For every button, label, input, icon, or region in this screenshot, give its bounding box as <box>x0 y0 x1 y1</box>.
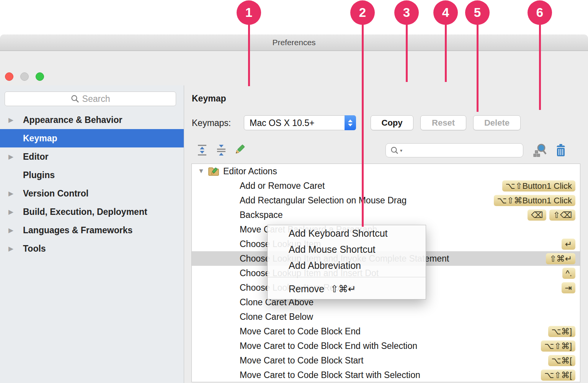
table-row[interactable]: Move Caret to Code Block Start with Sele… <box>192 368 580 382</box>
callout-line-3 <box>406 23 408 82</box>
collapse-all-button[interactable] <box>215 144 227 157</box>
reset-button[interactable]: Reset <box>420 115 466 130</box>
shortcut-badge: ⌥⌘] <box>548 326 575 337</box>
chevron-right-icon[interactable]: ▶ <box>8 245 23 253</box>
chevron-right-icon[interactable]: ▶ <box>8 153 23 161</box>
menu-item-add-keyboard-shortcut[interactable]: Add Keyboard Shortcut <box>268 225 426 241</box>
table-row[interactable]: Move Caret to Code Block End ⌥⌘] <box>192 324 580 339</box>
callout-line-4 <box>445 23 447 82</box>
tree-group-editor-actions[interactable]: ▼ Editor Actions <box>192 164 580 178</box>
settings-sidebar: Search ▶ Appearance & Behavior Keymap ▶ … <box>0 85 184 383</box>
sidebar-item-languages-frameworks[interactable]: ▶ Languages & Frameworks <box>0 221 184 239</box>
callout-badge-6: 6 <box>528 0 552 25</box>
page-title: Keymap <box>192 93 226 104</box>
filter-options-caret-icon[interactable]: ▾ <box>400 148 402 153</box>
callout-badge-1: 1 <box>237 0 261 25</box>
keymaps-label: Keymaps: <box>192 118 231 128</box>
menu-item-add-mouse-shortcut[interactable]: Add Mouse Shortcut <box>268 241 426 257</box>
close-window-button[interactable] <box>5 72 13 81</box>
sidebar-item-version-control[interactable]: ▶ Version Control <box>0 184 184 203</box>
sidebar-item-editor[interactable]: ▶ Editor <box>0 147 184 166</box>
find-actions-by-shortcut-button[interactable] <box>533 143 547 159</box>
filter-search-icon <box>390 146 399 155</box>
callout-line-6 <box>539 23 541 110</box>
shortcut-filter-input[interactable] <box>403 145 523 156</box>
sidebar-item-tools[interactable]: ▶ Tools <box>0 239 184 258</box>
find-by-shortcut-icon <box>533 143 547 157</box>
table-row[interactable]: Move Caret to Code Block Start ⌥⌘[ <box>192 353 580 368</box>
sidebar-item-keymap[interactable]: Keymap <box>0 129 184 147</box>
edit-keymap-button[interactable] <box>234 143 246 156</box>
shortcut-badge: ⌫ <box>528 210 546 221</box>
minimize-window-button[interactable] <box>20 72 29 81</box>
callout-line-2 <box>362 23 364 227</box>
chevron-right-icon[interactable]: ▶ <box>8 190 23 198</box>
menu-shortcut-hint: ⇧⌘↵ <box>330 283 356 294</box>
table-row[interactable]: Clone Caret Below <box>192 309 580 324</box>
keymap-selected-value: Mac OS X 10.5+ <box>250 118 314 128</box>
window-title: Preferences <box>0 38 588 47</box>
settings-search-field[interactable]: Search <box>5 92 176 106</box>
chevron-right-icon[interactable]: ▶ <box>8 226 23 234</box>
menu-item-remove[interactable]: Remove⇧⌘↵ <box>268 281 426 297</box>
table-row[interactable]: Add or Remove Caret ⌥⇧Button1 Click <box>192 178 580 193</box>
preferences-window: Preferences Search ▶ Appearance & Behavi… <box>0 34 588 383</box>
chevron-right-icon[interactable]: ▶ <box>8 116 23 124</box>
search-placeholder: Search <box>82 94 110 104</box>
expand-all-button[interactable] <box>196 144 208 157</box>
trash-icon <box>554 143 567 157</box>
callout-badge-2: 2 <box>350 0 375 25</box>
shortcut-badge: ⇧⌫ <box>549 210 575 221</box>
menu-separator <box>268 277 426 277</box>
collapse-all-icon <box>216 144 227 156</box>
tree-expander-icon[interactable]: ▼ <box>198 167 208 175</box>
folder-edit-icon <box>208 167 219 176</box>
settings-nav: ▶ Appearance & Behavior Keymap ▶ Editor … <box>0 111 184 258</box>
zoom-window-button[interactable] <box>36 72 44 81</box>
shortcut-badge: ^. <box>562 268 575 279</box>
table-row[interactable]: Move Caret to Code Block End with Select… <box>192 339 580 353</box>
delete-button[interactable]: Delete <box>473 115 521 130</box>
shortcut-filter-field[interactable]: ▾ <box>385 143 523 157</box>
sidebar-item-build-execution-deployment[interactable]: ▶ Build, Execution, Deployment <box>0 203 184 221</box>
expand-all-icon <box>197 144 207 156</box>
shortcut-badge: ⇧⌘↵ <box>546 253 575 264</box>
chevron-right-icon[interactable]: ▶ <box>8 208 23 216</box>
callout-badge-3: 3 <box>394 0 419 25</box>
remove-shortcuts-button[interactable] <box>554 143 567 159</box>
table-row[interactable]: Backspace ⌫ ⇧⌫ <box>192 208 580 222</box>
shortcut-badge: ⌥⇧Button1 Click <box>502 180 575 192</box>
callout-badge-4: 4 <box>433 0 458 25</box>
shortcut-badge: ⇥ <box>562 282 575 293</box>
search-icon <box>71 95 79 103</box>
copy-button[interactable]: Copy <box>371 115 413 130</box>
callout-line-5 <box>477 23 479 112</box>
title-bar: Preferences <box>0 34 588 51</box>
callout-badge-5: 5 <box>465 0 490 25</box>
sidebar-item-appearance-behavior[interactable]: ▶ Appearance & Behavior <box>0 111 184 129</box>
shortcut-badge: ⌥⇧⌘[ <box>541 370 575 381</box>
menu-item-add-abbreviation[interactable]: Add Abbreviation <box>268 257 426 273</box>
sidebar-item-plugins[interactable]: Plugins <box>0 166 184 184</box>
shortcut-badge: ⌥⇧⌘Button1 Click <box>494 195 575 206</box>
callout-line-1 <box>248 23 250 86</box>
shortcut-badge: ⌥⇧⌘] <box>541 340 575 352</box>
shortcut-badge: ⌥⌘[ <box>548 355 575 366</box>
context-menu: Add Keyboard Shortcut Add Mouse Shortcut… <box>267 225 426 300</box>
keymap-select[interactable]: Mac OS X 10.5+ <box>244 115 356 130</box>
edit-pencil-icon <box>234 143 246 156</box>
dropdown-stepper-icon[interactable] <box>345 115 356 130</box>
shortcut-badge: ↵ <box>562 239 575 250</box>
table-row[interactable]: Add Rectangular Selection on Mouse Drag … <box>192 193 580 208</box>
